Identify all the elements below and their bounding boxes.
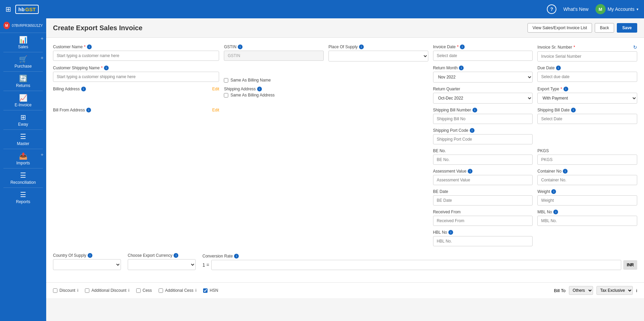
- gstin-input[interactable]: [224, 51, 324, 61]
- container-no-info-icon: i: [563, 169, 568, 174]
- sidebar-label-eway: Eway: [18, 122, 28, 127]
- billing-address-edit-link[interactable]: Edit: [212, 87, 219, 91]
- cess-checkbox[interactable]: [136, 288, 141, 293]
- top-nav: ⊞ hb GST ? What's New M My Accounts ▾: [0, 0, 644, 18]
- sidebar-item-sales[interactable]: 📊 Sales +: [0, 33, 46, 52]
- mbl-no-input[interactable]: [537, 216, 637, 226]
- hsn-checkbox[interactable]: [203, 288, 208, 293]
- eway-icon: ⊞: [20, 113, 26, 121]
- additional-discount-checkbox[interactable]: [85, 288, 89, 293]
- additional-cess-checkbox-label[interactable]: Additional Cess i: [159, 288, 196, 293]
- same-as-billing-address-checkbox-label[interactable]: Same As Billing Address: [224, 93, 324, 97]
- einvoice-icon: 📈: [19, 94, 28, 102]
- whats-new-link[interactable]: What's New: [563, 6, 588, 12]
- return-month-select[interactable]: Nov 2022: [433, 72, 533, 83]
- purchase-plus-icon[interactable]: +: [41, 55, 43, 60]
- sidebar-item-imports[interactable]: 📤 Imports +: [0, 149, 46, 168]
- back-button[interactable]: Back: [595, 23, 614, 33]
- invoice-date-input[interactable]: [433, 51, 533, 61]
- be-date-input[interactable]: [433, 195, 533, 206]
- grid-icon[interactable]: ⊞: [5, 5, 11, 13]
- imports-plus-icon[interactable]: +: [41, 152, 43, 157]
- sidebar-item-master[interactable]: ☰ Master: [0, 130, 46, 149]
- conversion-eq: 1 =: [202, 262, 209, 268]
- discount-checkbox[interactable]: [53, 288, 57, 293]
- place-of-supply-group: Place Of Supply i: [328, 44, 428, 61]
- mbl-no-label: MBL No i: [537, 210, 637, 214]
- additional-cess-checkbox[interactable]: [159, 288, 163, 293]
- sidebar-item-returns[interactable]: 🔄 Returns: [0, 72, 46, 91]
- sales-plus-icon[interactable]: +: [41, 36, 43, 41]
- customer-name-label: Customer Name * i: [53, 44, 219, 49]
- hbl-no-input[interactable]: [433, 236, 533, 246]
- sidebar-item-purchase[interactable]: 🛒 Purchase +: [0, 52, 46, 71]
- hsn-checkbox-label[interactable]: HSN: [203, 288, 218, 293]
- save-button[interactable]: Save: [617, 23, 637, 33]
- hbl-no-group: HBL No i: [433, 230, 533, 246]
- weight-input[interactable]: [537, 195, 637, 206]
- export-currency-select[interactable]: [128, 259, 196, 270]
- shipping-bill-date-input[interactable]: [537, 114, 637, 124]
- container-no-group: Container No i: [537, 169, 637, 185]
- be-no-group: BE No.: [433, 148, 533, 165]
- place-of-supply-select[interactable]: [328, 51, 428, 61]
- assessment-value-input[interactable]: [433, 175, 533, 185]
- due-date-info-icon: i: [556, 66, 561, 70]
- same-as-billing-address-checkbox[interactable]: [224, 93, 228, 97]
- billing-address-label: Billing Address i Edit: [53, 87, 219, 91]
- same-as-billing-name-checkbox[interactable]: [224, 78, 228, 83]
- sidebar-label-reports: Reports: [16, 199, 30, 204]
- my-accounts-menu[interactable]: M My Accounts ▾: [595, 4, 639, 14]
- sidebar-label-sales: Sales: [18, 44, 28, 49]
- view-list-button[interactable]: View Sales/Export Invoice List: [527, 23, 592, 33]
- sidebar-label-reconciliation: Reconciliation: [11, 180, 36, 185]
- invoice-sr-input[interactable]: [537, 51, 637, 61]
- received-from-input[interactable]: [433, 216, 533, 226]
- country-of-supply-select[interactable]: [53, 259, 121, 270]
- sidebar-label-master: Master: [17, 141, 30, 146]
- due-date-input[interactable]: [537, 72, 637, 82]
- discount-checkbox-label[interactable]: Discount i: [53, 288, 78, 293]
- main-content: Create Export Sales Invoice View Sales/E…: [46, 18, 644, 321]
- hbl-no-info-icon: i: [448, 230, 453, 235]
- help-icon[interactable]: ?: [547, 4, 556, 14]
- additional-discount-checkbox-label[interactable]: Additional Discount i: [85, 288, 129, 293]
- cess-checkbox-label[interactable]: Cess: [136, 288, 152, 293]
- conversion-rate-input[interactable]: [211, 260, 621, 270]
- bill-from-edit-link[interactable]: Edit: [212, 108, 219, 112]
- discount-info-icon: i: [77, 288, 78, 293]
- sidebar-item-reports[interactable]: ☰ Reports: [0, 188, 46, 207]
- sidebar-item-eway[interactable]: ⊞ Eway: [0, 110, 46, 129]
- same-as-billing-name-checkbox-label[interactable]: Same As Billing Name: [224, 78, 324, 83]
- tax-type-select[interactable]: Tax Exclusive Tax Inclusive: [596, 286, 633, 295]
- due-date-group: Due Date i: [537, 66, 637, 83]
- export-type-select[interactable]: With Payment Without Payment: [537, 93, 637, 104]
- invoice-sr-label: Invoice Sr. Number * ↻: [537, 44, 637, 50]
- gstin-group: GSTIN i: [224, 44, 324, 61]
- customer-name-info-icon: i: [87, 44, 92, 49]
- refresh-icon[interactable]: ↻: [633, 44, 637, 50]
- container-no-input[interactable]: [537, 175, 637, 185]
- return-quarter-group: Return Quarter Oct-Dec 2022: [433, 87, 533, 104]
- logo-hb: hb: [18, 6, 24, 12]
- be-date-group: BE Date: [433, 189, 533, 206]
- bill-to-select[interactable]: Others B2C B2B: [569, 286, 593, 295]
- shipping-port-code-label: Shipping Port Code i: [433, 128, 533, 133]
- shipping-port-code-input[interactable]: [433, 134, 533, 144]
- return-quarter-select[interactable]: Oct-Dec 2022: [433, 93, 533, 104]
- received-from-group: Received From: [433, 210, 533, 226]
- sidebar-item-reconciliation[interactable]: ☰ Reconciliation: [0, 168, 46, 188]
- customer-shipping-name-input[interactable]: [53, 72, 219, 82]
- shipping-name-info-icon: i: [104, 66, 109, 70]
- be-no-input[interactable]: [433, 155, 533, 165]
- pkgs-input[interactable]: [537, 155, 637, 165]
- shipping-bill-number-input[interactable]: [433, 114, 533, 124]
- invoice-date-label: Invoice Date * i: [433, 44, 533, 49]
- due-date-label: Due Date i: [537, 66, 637, 70]
- sidebar-item-einvoice[interactable]: 📈 E-Invoice: [0, 91, 46, 110]
- sidebar-user: M 07BVRPR3650J1ZY: [0, 18, 46, 33]
- customer-name-input[interactable]: [53, 51, 219, 61]
- received-from-label: Received From: [433, 210, 533, 214]
- mbl-no-info-icon: i: [553, 210, 558, 214]
- tax-type-info-icon: i: [636, 288, 637, 293]
